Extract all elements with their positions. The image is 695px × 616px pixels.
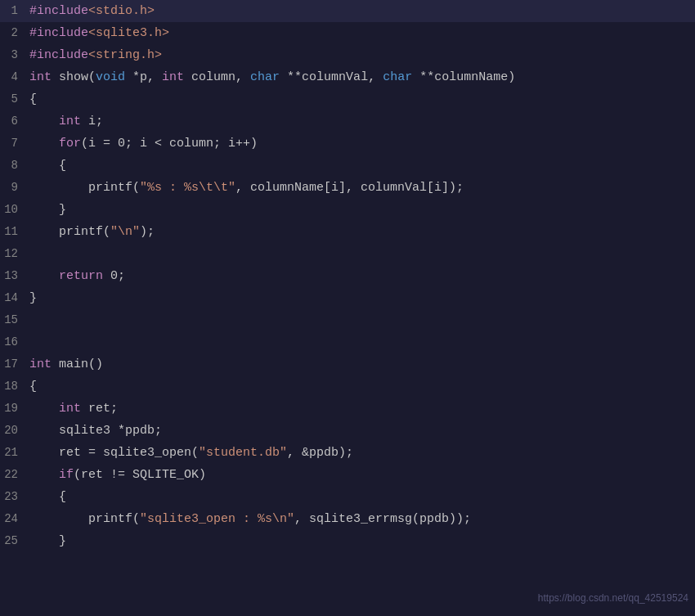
line-content: {	[25, 375, 695, 398]
line-content: printf("sqlite3_open : %s\n", sqlite3_er…	[25, 508, 695, 530]
code-line: 19 int ret;	[0, 398, 695, 420]
line-number: 8	[0, 155, 25, 177]
watermark: https://blog.csdn.net/qq_42519524	[538, 587, 688, 609]
line-number: 20	[0, 420, 25, 442]
line-content: }	[25, 530, 695, 552]
code-line: 4int show(void *p, int column, char **co…	[0, 66, 695, 88]
line-number: 12	[0, 243, 25, 265]
code-line: 16	[0, 331, 695, 353]
line-number: 10	[0, 199, 25, 221]
line-number: 24	[0, 508, 25, 530]
code-line: 22 if(ret != SQLITE_OK)	[0, 464, 695, 486]
code-line: 13 return 0;	[0, 265, 695, 287]
line-number: 21	[0, 442, 25, 464]
line-number: 13	[0, 265, 25, 287]
code-line: 5{	[0, 88, 695, 110]
code-line: 17int main()	[0, 353, 695, 375]
code-line: 21 ret = sqlite3_open("student.db", &ppd…	[0, 442, 695, 464]
line-content: int i;	[25, 110, 695, 133]
line-number: 2	[0, 22, 25, 44]
line-number: 14	[0, 287, 25, 309]
line-content: #include<string.h>	[25, 44, 695, 66]
line-content	[25, 331, 695, 353]
line-number: 23	[0, 486, 25, 508]
line-number: 9	[0, 177, 25, 199]
line-number: 7	[0, 133, 25, 155]
line-number: 15	[0, 309, 25, 331]
code-line: 7 for(i = 0; i < column; i++)	[0, 133, 695, 155]
line-content: printf("%s : %s\t\t", columnName[i], col…	[25, 177, 695, 199]
line-content: int ret;	[25, 398, 695, 420]
line-number: 18	[0, 375, 25, 398]
code-line: 9 printf("%s : %s\t\t", columnName[i], c…	[0, 177, 695, 199]
line-content: {	[25, 486, 695, 508]
line-content	[25, 309, 695, 331]
code-line: 23 {	[0, 486, 695, 508]
code-line: 3#include<string.h>	[0, 44, 695, 66]
line-content: if(ret != SQLITE_OK)	[25, 464, 695, 486]
line-content	[25, 243, 695, 265]
code-line: 20 sqlite3 *ppdb;	[0, 420, 695, 442]
line-content: }	[25, 287, 695, 309]
line-number: 25	[0, 530, 25, 552]
line-number: 1	[0, 0, 25, 22]
line-content: {	[25, 155, 695, 177]
line-content: }	[25, 199, 695, 221]
line-number: 5	[0, 88, 25, 110]
code-line: 18{	[0, 375, 695, 398]
line-number: 17	[0, 353, 25, 375]
line-content: #include<sqlite3.h>	[25, 22, 695, 44]
line-content: for(i = 0; i < column; i++)	[25, 133, 695, 155]
line-number: 6	[0, 110, 25, 133]
code-line: 12	[0, 243, 695, 265]
code-line: 8 {	[0, 155, 695, 177]
line-content: #include<stdio.h>	[25, 0, 695, 22]
line-content: int show(void *p, int column, char **col…	[25, 66, 695, 88]
code-line: 1#include<stdio.h>	[0, 0, 695, 22]
code-line: 25 }	[0, 530, 695, 552]
code-line: 14}	[0, 287, 695, 309]
code-line: 24 printf("sqlite3_open : %s\n", sqlite3…	[0, 508, 695, 530]
line-content: sqlite3 *ppdb;	[25, 420, 695, 442]
code-line: 6 int i;	[0, 110, 695, 133]
code-line: 10 }	[0, 199, 695, 221]
code-editor: 1#include<stdio.h>2#include<sqlite3.h>3#…	[0, 0, 695, 616]
code-line: 15	[0, 309, 695, 331]
line-number: 3	[0, 44, 25, 66]
line-content: int main()	[25, 353, 695, 375]
code-line: 11 printf("\n");	[0, 221, 695, 243]
line-number: 19	[0, 398, 25, 420]
line-content: printf("\n");	[25, 221, 695, 243]
line-number: 11	[0, 221, 25, 243]
line-number: 4	[0, 66, 25, 88]
line-number: 16	[0, 331, 25, 353]
line-number: 22	[0, 464, 25, 486]
code-line: 2#include<sqlite3.h>	[0, 22, 695, 44]
line-content: {	[25, 88, 695, 110]
line-content: ret = sqlite3_open("student.db", &ppdb);	[25, 442, 695, 464]
line-content: return 0;	[25, 265, 695, 287]
